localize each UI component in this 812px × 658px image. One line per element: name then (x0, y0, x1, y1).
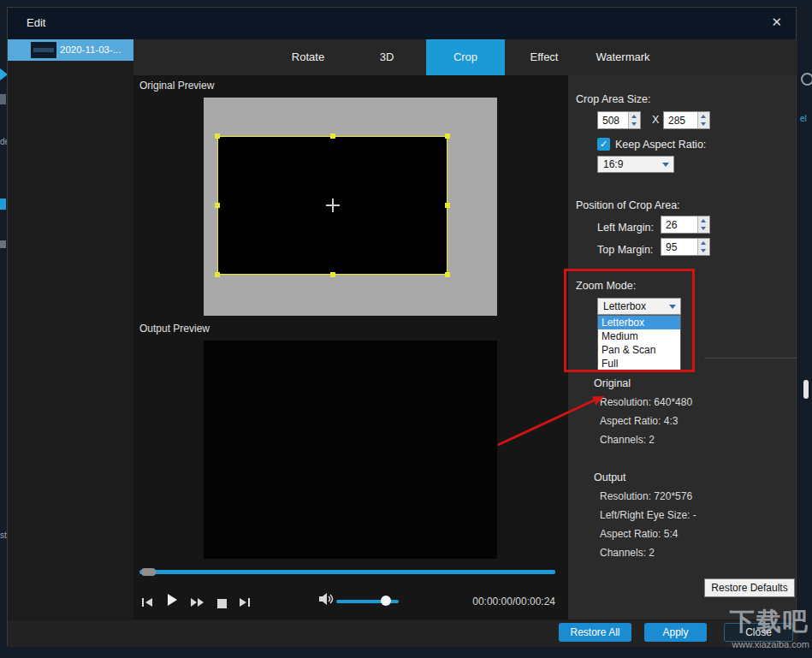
chevron-down-icon (662, 163, 669, 167)
background-text-fragment: el (800, 114, 807, 123)
spin-up-icon[interactable] (701, 219, 706, 222)
fast-forward-button[interactable] (190, 596, 204, 611)
output-info-heading: Output (594, 471, 626, 483)
background-fragment (0, 240, 6, 248)
spinner-buttons (697, 239, 709, 255)
seek-handle[interactable] (141, 568, 156, 576)
left-margin-spinner (661, 216, 710, 234)
apply-button[interactable]: Apply (644, 623, 707, 642)
screen: { "window": { "title": "Edit", "close_gl… (0, 0, 812, 658)
crop-height-spinner (663, 111, 710, 129)
zoom-mode-value: Letterbox (603, 300, 646, 312)
stop-button[interactable] (217, 596, 227, 612)
crop-handle-n[interactable] (330, 133, 335, 139)
original-aspect-ratio: Aspect Ratio: 4:3 (600, 415, 678, 427)
original-preview-area (204, 98, 497, 316)
volume-handle[interactable] (381, 596, 391, 606)
zoom-option-letterbox[interactable]: Letterbox (598, 316, 680, 329)
top-margin-input[interactable] (661, 239, 702, 255)
restore-defaults-button[interactable]: Restore Defaults (704, 578, 795, 597)
spinner-buttons (697, 112, 709, 128)
spin-down-icon[interactable] (701, 227, 706, 230)
next-button[interactable] (239, 596, 251, 611)
restore-all-button[interactable]: Restore All (559, 623, 631, 642)
zoom-option-full[interactable]: Full (598, 357, 680, 370)
tab-3d[interactable]: 3D (347, 39, 426, 75)
crop-height-input[interactable] (664, 112, 702, 128)
video-thumbnail (31, 42, 56, 58)
aspect-ratio-dropdown[interactable]: 16:9 (597, 156, 674, 173)
background-fragment (0, 94, 6, 104)
spin-up-icon[interactable] (701, 241, 706, 245)
crop-handle-s[interactable] (330, 272, 335, 277)
crop-crosshair-icon (332, 199, 334, 212)
output-channels: Channels: 2 (600, 547, 655, 559)
crop-width-spinner (597, 111, 641, 129)
crop-width-input[interactable] (598, 112, 632, 128)
spin-up-icon[interactable] (631, 115, 637, 118)
zoom-mode-label: Zoom Mode: (576, 280, 636, 292)
background-gauge-icon (801, 73, 812, 86)
crop-handle-nw[interactable] (215, 133, 220, 139)
spin-down-icon[interactable] (631, 122, 637, 126)
output-preview-label: Output Preview (139, 323, 210, 335)
background-text-fragment: st (0, 531, 7, 540)
crop-handle-e[interactable] (445, 203, 450, 208)
crop-handle-se[interactable] (445, 272, 450, 277)
seek-bar[interactable] (139, 570, 555, 574)
crop-selection-rect[interactable] (217, 136, 447, 275)
output-aspect-ratio: Aspect Ratio: 5:4 (600, 528, 678, 540)
file-name-label: 2020-11-03-... (60, 44, 130, 55)
divider (704, 358, 797, 359)
left-margin-label: Left Margin: (597, 222, 654, 234)
crop-handle-sw[interactable] (215, 272, 220, 277)
spin-down-icon[interactable] (701, 249, 706, 252)
top-margin-spinner (661, 238, 710, 256)
zoom-mode-options-list: Letterbox Medium Pan & Scan Full (597, 315, 681, 371)
spinner-buttons (628, 112, 640, 128)
crop-handle-w[interactable] (215, 203, 220, 208)
tab-rotate[interactable]: Rotate (269, 39, 347, 75)
previous-button[interactable] (141, 596, 153, 611)
position-label: Position of Crop Area: (576, 199, 680, 211)
output-preview-area (204, 341, 497, 559)
spin-up-icon[interactable] (701, 115, 706, 118)
time-display: 00:00:00/00:00:24 (436, 596, 555, 608)
original-resolution: Resolution: 640*480 (600, 396, 692, 408)
original-preview-label: Original Preview (139, 80, 214, 92)
aspect-ratio-value: 16:9 (603, 158, 623, 170)
original-info-heading: Original (594, 377, 631, 389)
play-button[interactable] (167, 593, 178, 610)
top-margin-label: Top Margin: (597, 244, 653, 256)
left-margin-input[interactable] (661, 216, 702, 233)
crop-area-size-label: Crop Area Size: (576, 93, 651, 105)
tab-watermark[interactable]: Watermark (584, 39, 662, 75)
output-resolution: Resolution: 720*576 (600, 490, 692, 502)
original-channels: Channels: 2 (600, 434, 655, 446)
zoom-option-medium[interactable]: Medium (598, 329, 680, 343)
dialog-titlebar: Edit ✕ (8, 8, 796, 39)
edit-dialog: Edit ✕ 2020-11-03-... Rotate 3D Crop Eff… (7, 7, 797, 646)
close-icon[interactable]: ✕ (771, 15, 782, 30)
chevron-down-icon (669, 305, 676, 309)
tab-crop[interactable]: Crop (426, 39, 505, 75)
close-button[interactable]: Close (724, 623, 793, 642)
crop-handle-ne[interactable] (445, 133, 450, 139)
keep-aspect-checkbox[interactable]: ✓ (597, 138, 610, 151)
output-eye-size: Left/Right Eye Size: - (600, 509, 696, 521)
dialog-title: Edit (27, 16, 45, 29)
zoom-option-pan-scan[interactable]: Pan & Scan (598, 343, 680, 357)
spinner-buttons (697, 216, 709, 233)
volume-icon[interactable] (319, 593, 336, 609)
spin-down-icon[interactable] (701, 122, 706, 126)
multiply-label: X (652, 114, 659, 126)
keep-aspect-label: Keep Aspect Ratio: (615, 139, 706, 151)
zoom-mode-dropdown[interactable]: Letterbox (597, 298, 681, 315)
background-fragment (0, 199, 6, 210)
tab-effect[interactable]: Effect (505, 39, 584, 75)
file-list: 2020-11-03-... (8, 39, 133, 619)
background-scrollbar[interactable] (803, 380, 809, 399)
file-list-item-selected[interactable]: 2020-11-03-... (8, 39, 133, 61)
